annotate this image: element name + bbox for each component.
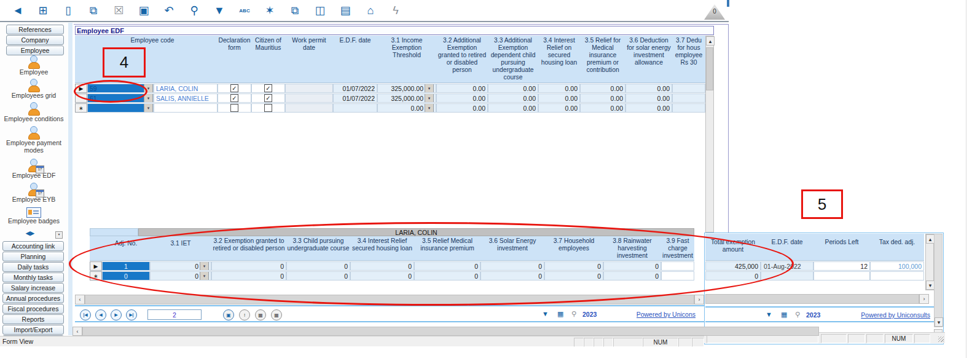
last-record-button[interactable]: ▶| <box>126 309 137 320</box>
row-selector[interactable]: ∗ <box>75 103 87 113</box>
pager-collapse-button[interactable]: ▾ <box>55 231 63 239</box>
first-record-button[interactable]: |◀ <box>80 309 91 320</box>
checkbox-declaration[interactable]: ✓ <box>230 94 238 102</box>
scroll-left-icon[interactable]: ‹ <box>73 327 82 336</box>
sidebar-tab-employee[interactable]: Employee <box>6 46 64 55</box>
undo-icon[interactable]: ↶ <box>160 2 178 19</box>
zoom-icon[interactable]: ⚲ <box>795 311 800 319</box>
cell-declaration[interactable]: ✓ <box>218 84 251 93</box>
cell-employee-name[interactable]: SALIS, ANNIELLE <box>154 93 218 103</box>
calendar-icon[interactable]: ▦ <box>557 310 563 318</box>
cell-33[interactable]: 0.00 <box>488 93 538 103</box>
sidebar-item-employee-edf[interactable]: 17 Employee EDF <box>0 159 68 180</box>
sidebar-tab-planning[interactable]: Planning <box>2 252 64 261</box>
scroll-thumb[interactable] <box>706 47 713 90</box>
previous-record-button[interactable]: ◀ <box>95 309 106 320</box>
cell-32[interactable]: 0.00 <box>436 103 488 113</box>
sidebar-item-employee-eyb[interactable]: 17 Employee EYB <box>0 183 68 204</box>
main-grid-vscroll[interactable]: ▴ <box>705 36 714 233</box>
cell-declaration[interactable] <box>218 103 251 113</box>
cell-employee-name[interactable]: LARIA, COLIN <box>154 84 218 93</box>
cell-33[interactable]: 0.00 <box>488 103 538 113</box>
pager-icon[interactable]: ◀▶ <box>26 230 34 236</box>
filter-icon[interactable]: ▼ <box>210 2 229 19</box>
sidebar-tab-company[interactable]: Company <box>6 35 64 45</box>
main-hscroll[interactable]: ‹ <box>73 327 819 335</box>
powered-by-link[interactable]: Powered by Uniconsults <box>861 311 930 319</box>
cell-citizen[interactable]: ✓ <box>251 84 285 93</box>
calendar-icon[interactable]: ▦ <box>781 311 787 319</box>
cell-34[interactable]: 0.00 <box>538 103 580 113</box>
wizard-icon[interactable]: ✶ <box>261 2 279 19</box>
home-icon[interactable]: ⌂ <box>361 2 380 19</box>
cell-work-permit[interactable] <box>285 103 333 113</box>
back-icon[interactable]: ◄ <box>9 2 27 19</box>
cell-31[interactable]: 325,000.00▾ <box>377 84 436 93</box>
sidebar-tab-salary-increase[interactable]: Salary increase <box>2 283 64 293</box>
cell-periods-left[interactable]: 12 <box>813 261 870 271</box>
cell-employee-code[interactable]: ▾ <box>87 103 154 113</box>
spellcheck-icon[interactable]: ABC <box>235 2 254 19</box>
cell-31[interactable]: 325,000.00▾ <box>377 93 436 103</box>
cell-tax-ded-adj[interactable]: 100,000 <box>870 261 924 271</box>
sidebar-splitter[interactable] <box>68 23 73 335</box>
cell-37[interactable] <box>672 93 705 103</box>
resize-grip[interactable] <box>938 336 944 342</box>
overlay-hscroll[interactable]: › <box>705 294 929 303</box>
cell-citizen[interactable]: ✓ <box>251 93 285 103</box>
cell-36[interactable]: 0.00 <box>625 93 672 103</box>
datasheet-view-button[interactable]: ▦ <box>271 309 282 320</box>
cell-32[interactable]: 0.00 <box>436 93 488 103</box>
scroll-down-icon[interactable]: ▾ <box>926 280 935 290</box>
scroll-left-icon[interactable]: ‹ <box>75 295 85 304</box>
cell-declaration[interactable]: ✓ <box>218 93 251 103</box>
cell-34[interactable]: 0.00 <box>538 93 580 103</box>
powered-by-link[interactable]: Powered by Unicons <box>637 311 696 318</box>
checkbox-declaration[interactable]: ✓ <box>230 84 238 92</box>
copy-icon[interactable]: ⧉ <box>84 2 103 19</box>
tree-icon[interactable]: ⊞ <box>34 2 52 19</box>
checkbox-declaration[interactable] <box>230 104 238 112</box>
cell-32[interactable]: 0.00 <box>436 84 488 93</box>
cell-employee-name[interactable] <box>154 103 218 113</box>
cell-36[interactable]: 0.00 <box>625 84 672 93</box>
print-icon[interactable]: ▤ <box>336 2 355 19</box>
sidebar-tab-annual-procedures[interactable]: Annual procedures <box>2 293 64 303</box>
paste-icon[interactable]: ⧉ <box>286 2 304 19</box>
cell-33[interactable]: 0.00 <box>488 84 538 93</box>
overlay-vscroll[interactable]: ▴ ▾ <box>925 234 934 290</box>
sidebar-tab-reports[interactable]: Reports <box>2 314 64 324</box>
preview-icon[interactable]: ◫ <box>311 2 329 19</box>
cell-36[interactable]: 0.00 <box>625 103 672 113</box>
dropdown-icon[interactable]: ▾ <box>425 84 434 93</box>
sidebar-tab-daily-tasks[interactable]: Daily tasks <box>2 262 64 272</box>
record-number-input[interactable]: 2 <box>147 309 202 320</box>
zoom-icon[interactable]: ⚲ <box>571 310 576 318</box>
cell-31[interactable]: 0.00▾ <box>377 103 436 113</box>
sidebar-item-employees-grid[interactable]: Employees grid <box>0 79 68 100</box>
save-record-button[interactable]: ▣ <box>223 309 234 320</box>
save-icon[interactable]: ▣ <box>135 2 153 19</box>
checkbox-citizen[interactable]: ✓ <box>264 84 272 92</box>
cell-35[interactable]: 0.00 <box>580 103 625 113</box>
new-document-icon[interactable]: ▯ <box>59 2 77 19</box>
cell-edf-date[interactable]: 01/07/2022 <box>333 93 377 103</box>
cell-work-permit[interactable] <box>285 84 333 93</box>
scroll-down-icon[interactable]: ▾ <box>935 317 943 327</box>
scroll-up-icon[interactable]: ▴ <box>926 234 935 244</box>
cell-edf-date[interactable]: 01/07/2022 <box>333 84 377 93</box>
sidebar-tab-references[interactable]: References <box>6 25 64 34</box>
run-icon[interactable]: ϟ <box>386 2 405 19</box>
filter-icon[interactable]: ▼ <box>542 310 549 317</box>
sidebar-tab-accounting-link[interactable]: Accounting link <box>2 241 64 251</box>
dropdown-icon[interactable]: ▾ <box>425 93 434 103</box>
dropdown-icon[interactable]: ▾ <box>425 103 434 113</box>
delete-icon[interactable]: ☒ <box>109 2 128 19</box>
cell-tax-ded-adj[interactable] <box>870 271 924 280</box>
scroll-right-icon[interactable]: › <box>919 294 929 304</box>
cell-35[interactable]: 0.00 <box>580 93 625 103</box>
next-record-button[interactable]: ▶ <box>111 309 122 320</box>
sidebar-item-employee-badges[interactable]: Employee badges <box>0 207 68 225</box>
sidebar-tab-fiscal-procedures[interactable]: Fiscal procedures <box>2 304 64 314</box>
cancel-record-button[interactable]: ! <box>239 309 250 320</box>
